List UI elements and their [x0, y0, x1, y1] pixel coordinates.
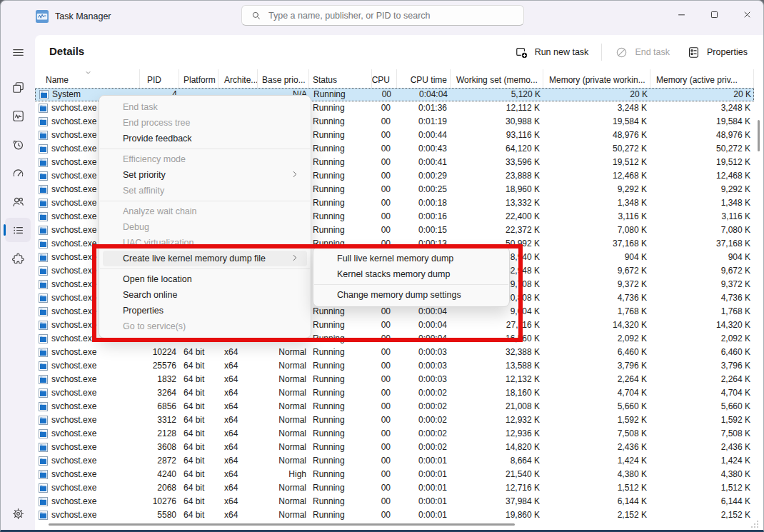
column-header-label: Working set (memo... [456, 75, 538, 85]
context-menu-item-efficiency-mode[interactable]: Efficiency mode [103, 151, 307, 167]
column-header-prio[interactable]: Base prio... [258, 69, 309, 88]
table-row[interactable]: svchost.exe685664 bitx64NormalRunning000… [35, 400, 754, 413]
cell-cpu: 00 [372, 413, 397, 427]
column-header-mact[interactable]: Memory (active priv... [650, 69, 754, 88]
sidebar-item-details[interactable] [5, 218, 31, 242]
cell-ws: 5,120 K [451, 89, 544, 101]
horizontal-scrollbar[interactable] [49, 523, 515, 526]
sidebar-item-startup-apps[interactable] [5, 161, 31, 185]
run-new-task-button[interactable]: Run new task [506, 41, 598, 64]
table-row[interactable]: svchost.exe326464 bitx64NormalRunning000… [35, 386, 754, 400]
context-menu-item-analyze-wait-chain[interactable]: Analyze wait chain [103, 204, 307, 219]
table-row[interactable]: svchost.exe183264 bitx64NormalRunning000… [35, 373, 754, 386]
table-row[interactable]: svchost.exe558064 bitx64NormalRunning000… [35, 508, 754, 522]
cell-mpriv: 20 K [544, 89, 651, 101]
cell-status: Running [309, 332, 372, 346]
context-menu-item-set-priority[interactable]: Set priority [103, 167, 307, 183]
settings-button[interactable] [5, 501, 31, 526]
column-header-arch[interactable]: Archite... [218, 69, 258, 88]
menu-item-label: Provide feedback [123, 134, 192, 144]
sidebar-item-menu[interactable] [5, 40, 31, 64]
column-header-label: CPU time [411, 75, 447, 85]
column-header-name[interactable]: Name [35, 69, 140, 88]
cell-status: Running [309, 210, 372, 224]
cell-mpriv: 1,592 K [543, 413, 650, 427]
column-header-time[interactable]: CPU time [397, 69, 451, 88]
menu-item-label: Set priority [123, 170, 166, 180]
submenu-item-full-live-kernel-memory-dump[interactable]: Full live kernel memory dump [317, 251, 506, 266]
cell-pid: 2128 [140, 427, 179, 441]
cell-status: Running [309, 400, 372, 413]
cell-mact: 2,092 K [650, 332, 754, 346]
sidebar-item-services[interactable] [5, 246, 31, 271]
search-input[interactable] [267, 10, 523, 21]
table-row[interactable]: svchost.exe424064 bitx64HighRunning000:0… [35, 468, 754, 481]
resize-grip[interactable] [750, 520, 759, 528]
close-button[interactable] [730, 1, 763, 28]
table-row[interactable]: svchost.exe2557664 bitx64NormalRunning00… [35, 359, 754, 373]
context-menu-item-uac-virtualization[interactable]: UAC virtualization [103, 235, 307, 251]
cell-pid: 10224 [140, 346, 179, 359]
context-menu-item-end-task[interactable]: End task [103, 99, 307, 115]
context-menu-item-create-live-kernel-memory-dump-file[interactable]: Create live kernel memory dump file [103, 251, 307, 266]
context-submenu: Full live kernel memory dumpKernel stack… [313, 246, 510, 307]
submenu-item-change-memory-dump-settings[interactable]: Change memory dump settings [317, 287, 506, 303]
sidebar-item-processes[interactable] [5, 75, 31, 99]
performance-icon [11, 109, 25, 123]
cell-mact: 7,080 K [650, 224, 754, 237]
sidebar-item-app-history[interactable] [5, 132, 31, 156]
table-row[interactable]: svchost.exe331264 bitx64NormalRunning000… [35, 413, 754, 427]
cell-mpriv: 37,168 K [543, 237, 650, 251]
cell-status: Running [309, 115, 372, 129]
context-menu-item-provide-feedback[interactable]: Provide feedback [103, 131, 307, 146]
vertical-scrollbar[interactable] [758, 120, 760, 151]
cell-arch: x64 [218, 495, 258, 508]
cell-arch: x64 [218, 508, 258, 522]
context-menu-item-set-affinity[interactable]: Set affinity [103, 183, 307, 199]
cell-mpriv: 6,144 K [543, 495, 650, 508]
app-window-icon [39, 104, 48, 113]
cell-mact: 4,736 K [650, 291, 754, 305]
cell-mact: 1,512 K [650, 481, 754, 495]
table-row[interactable]: svchost.exe206864 bitx64NormalRunning000… [35, 481, 754, 495]
cell-mact: 48,976 K [650, 129, 754, 142]
process-name-cell: svchost.exe [35, 441, 140, 454]
column-header-pid[interactable]: PID [140, 69, 179, 88]
sidebar-item-performance[interactable] [5, 104, 31, 128]
context-menu-item-open-file-location[interactable]: Open file location [103, 271, 307, 287]
cell-ws: 14,820 K [451, 441, 543, 454]
cell-status: Running [309, 468, 372, 481]
cell-time: 0:00:41 [397, 156, 451, 169]
context-menu-item-search-online[interactable]: Search online [103, 287, 307, 303]
app-history-icon [11, 138, 25, 151]
cell-mact: 50,272 K [650, 142, 754, 156]
table-row[interactable]: svchost.exe212864 bitx64NormalRunning000… [35, 427, 754, 441]
column-header-ws[interactable]: Working set (memo... [451, 69, 543, 88]
app-window-icon [39, 185, 48, 194]
table-header: NamePIDPlatformArchite...Base prio...Sta… [35, 69, 754, 89]
context-menu-item-go-to-service-s[interactable]: Go to service(s) [103, 318, 307, 334]
table-row[interactable]: svchost.exe1022464 bitx64NormalRunning00… [35, 346, 754, 359]
sidebar-item-users[interactable] [5, 189, 31, 214]
column-header-platform[interactable]: Platform [179, 69, 218, 88]
properties-button[interactable]: Properties [678, 41, 756, 64]
maximize-button[interactable] [698, 1, 730, 28]
search-box[interactable] [241, 5, 524, 26]
context-menu-item-debug[interactable]: Debug [103, 219, 307, 235]
task-manager-app-icon [35, 9, 49, 24]
table-row[interactable]: svchost.exe360864 bitx64NormalRunning000… [35, 441, 754, 454]
app-window-icon [39, 483, 48, 493]
column-header-status[interactable]: Status [309, 69, 372, 88]
cell-mpriv: 9,372 K [543, 278, 650, 291]
column-header-mpriv[interactable]: Memory (private workin... [543, 69, 650, 88]
app-window-icon [39, 456, 48, 466]
context-menu-item-end-process-tree[interactable]: End process tree [103, 115, 307, 131]
column-header-cpu[interactable]: CPU [372, 69, 397, 88]
end-task-button[interactable]: End task [606, 41, 678, 64]
submenu-item-kernel-stacks-memory-dump[interactable]: Kernel stacks memory dump [317, 266, 506, 282]
table-row[interactable]: svchost.exe1027664 bitx64NormalRunning00… [35, 495, 754, 508]
table-row[interactable]: svchost.exe287264 bitx64NormalRunning000… [35, 454, 754, 468]
app-window-icon [39, 144, 48, 154]
context-menu-item-properties[interactable]: Properties [103, 303, 307, 318]
minimize-button[interactable] [665, 1, 698, 28]
